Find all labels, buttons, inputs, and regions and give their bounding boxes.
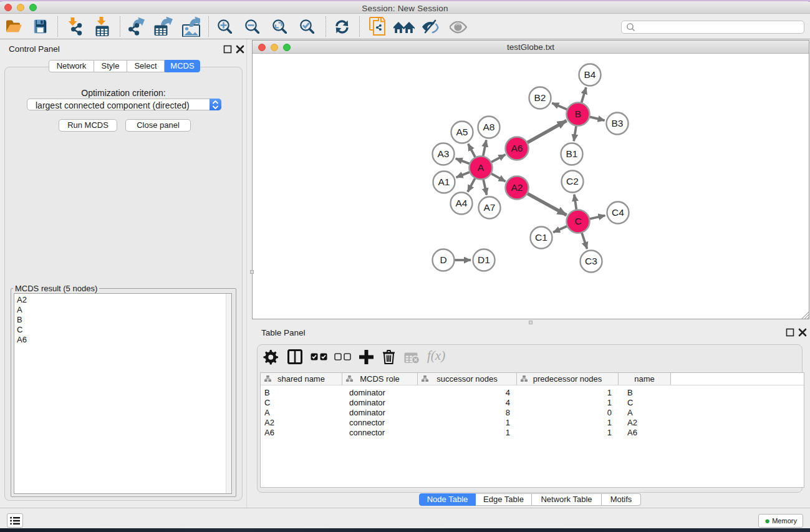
svg-text:A4: A4 bbox=[456, 198, 468, 208]
svg-text:A7: A7 bbox=[484, 202, 496, 213]
svg-text:A2: A2 bbox=[511, 182, 523, 193]
svg-text:A8: A8 bbox=[483, 122, 495, 132]
svg-text:A5: A5 bbox=[456, 127, 468, 137]
svg-text:C: C bbox=[574, 216, 581, 226]
svg-text:A1: A1 bbox=[438, 177, 450, 187]
svg-text:D: D bbox=[440, 254, 446, 265]
svg-text:C1: C1 bbox=[535, 232, 547, 243]
svg-text:A: A bbox=[478, 162, 485, 173]
svg-text:C2: C2 bbox=[566, 176, 579, 186]
svg-text:C3: C3 bbox=[585, 256, 597, 266]
svg-text:B3: B3 bbox=[612, 118, 624, 128]
svg-text:A3: A3 bbox=[438, 148, 450, 159]
svg-text:B: B bbox=[575, 109, 581, 119]
svg-text:B4: B4 bbox=[584, 69, 596, 80]
svg-text:B2: B2 bbox=[534, 92, 546, 103]
svg-text:B1: B1 bbox=[566, 148, 578, 159]
svg-text:D1: D1 bbox=[478, 254, 490, 265]
svg-text:C4: C4 bbox=[612, 207, 624, 218]
svg-text:A6: A6 bbox=[511, 143, 523, 153]
